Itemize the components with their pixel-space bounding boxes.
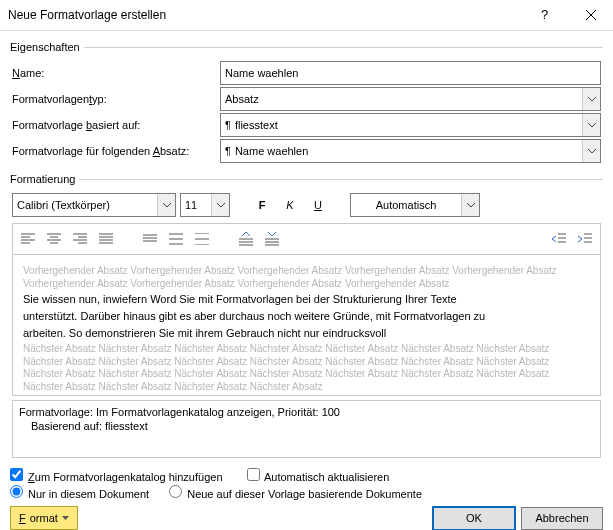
spacing-1.5-button[interactable] [164,227,188,251]
chevron-down-icon[interactable] [461,194,479,216]
close-button[interactable] [568,0,613,30]
preview-line: arbeiten. So demonstrieren Sie mit ihrem… [23,327,590,341]
font-size-value: 11 [181,199,211,211]
type-value: Absatz [221,93,582,105]
based-combo[interactable]: ¶fliesstext [220,113,601,137]
preview-line: Sie wissen nun, inwiefern Word Sie mit F… [23,293,590,307]
preview-box: Vorhergehender Absatz Vorhergehender Abs… [12,254,601,396]
preview-next-ghost: Nächster Absatz Nächster Absatz Nächster… [23,343,590,393]
align-right-button[interactable] [68,227,92,251]
follow-combo[interactable]: ¶Name waehlen [220,139,601,163]
chevron-down-icon[interactable] [582,88,600,110]
align-center-button[interactable] [42,227,66,251]
font-family-combo[interactable]: Calibri (Textkörper) [12,193,176,217]
align-justify-button[interactable] [94,227,118,251]
align-left-button[interactable] [16,227,40,251]
spacing-1-button[interactable] [138,227,162,251]
chevron-down-icon[interactable] [157,194,175,216]
type-combo[interactable]: Absatz [220,87,601,111]
paragraph-mark-icon: ¶ [225,119,231,131]
follow-value: ¶Name waehlen [221,145,582,157]
based-label: Formatvorlage basiert auf: [12,119,220,131]
chevron-down-icon[interactable] [582,114,600,136]
font-color-value: Automatisch [351,199,461,211]
underline-button[interactable]: U [306,193,330,217]
auto-update-checkbox[interactable]: Automatisch aktualisieren [247,468,390,483]
indent-increase-button[interactable] [573,227,597,251]
template-based-radio[interactable]: Neue auf dieser Vorlage basierende Dokum… [169,485,422,500]
space-before-inc-button[interactable] [234,227,258,251]
chevron-down-icon[interactable] [582,140,600,162]
follow-label: Formatvorlage für folgenden Absatz: [12,145,220,157]
chevron-down-icon [62,516,69,520]
summary-line: Formatvorlage: Im Formatvorlagenkatalog … [19,405,594,419]
font-color-combo[interactable]: Automatisch [350,193,480,217]
indent-decrease-button[interactable] [547,227,571,251]
only-this-doc-radio[interactable]: Nur in diesem Dokument [10,485,149,500]
help-button[interactable]: ? [523,0,568,30]
summary-line: Basierend auf: fliesstext [19,419,594,433]
svg-text:?: ? [541,8,548,22]
paragraph-mark-icon: ¶ [225,145,231,157]
font-family-value: Calibri (Textkörper) [13,199,157,211]
italic-button[interactable]: K [278,193,302,217]
space-before-dec-button[interactable] [260,227,284,251]
dialog-title: Neue Formatvorlage erstellen [0,8,523,22]
type-label: Formatvorlagentyp: [12,93,220,105]
formatting-legend: Formatierung [10,173,79,185]
preview-prev-ghost: Vorhergehender Absatz Vorhergehender Abs… [23,265,590,290]
preview-line: unterstützt. Darüber hinaus gibt es aber… [23,310,590,324]
based-value: ¶fliesstext [221,119,582,131]
formatting-group: Formatierung Calibri (Textkörper) 11 F K… [10,173,603,460]
chevron-down-icon[interactable] [211,194,229,216]
format-button[interactable]: Format [10,506,78,530]
cancel-button[interactable]: Abbrechen [521,507,603,530]
name-label: Name: [12,67,220,79]
name-input[interactable] [220,61,601,85]
properties-group: Eigenschaften Name: Formatvorlagentyp: A… [10,41,603,167]
style-summary: Formatvorlage: Im Formatvorlagenkatalog … [12,400,601,458]
spacing-2-button[interactable] [190,227,214,251]
font-size-combo[interactable]: 11 [180,193,230,217]
properties-legend: Eigenschaften [10,41,84,53]
svg-marker-40 [62,516,69,520]
add-to-gallery-checkbox[interactable]: Zum Formatvorlagenkatalog hinzufügen [10,468,223,483]
ok-button[interactable]: OK [433,507,515,530]
bold-button[interactable]: F [250,193,274,217]
